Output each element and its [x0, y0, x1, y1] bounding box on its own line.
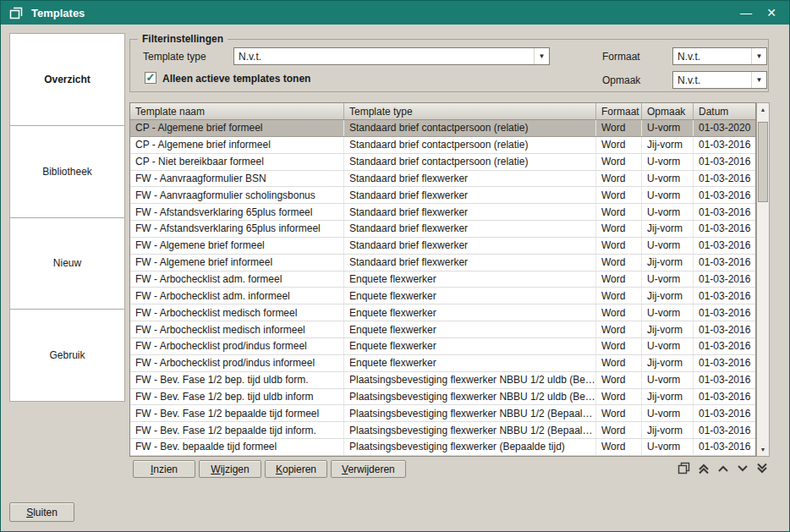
- cell-datum: 01-03-2016: [694, 389, 755, 405]
- cell-formaat: Word: [596, 304, 642, 321]
- cell-datum: 01-03-2016: [694, 304, 755, 321]
- active-only-checkbox[interactable]: [145, 72, 156, 84]
- cell-name: CP - Niet bereikbaar formeel: [130, 154, 344, 170]
- templates-icon: [9, 7, 23, 19]
- close-button[interactable]: ✕: [759, 1, 784, 25]
- column-header-template-type[interactable]: Template type: [344, 103, 596, 119]
- cell-opmaak: Jij-vorm: [642, 389, 694, 405]
- titlebar[interactable]: Templates — ✕: [1, 1, 789, 25]
- column-header-datum[interactable]: Datum: [694, 103, 755, 119]
- scroll-up-icon[interactable]: [714, 459, 732, 477]
- scroll-to-bottom-icon[interactable]: [753, 459, 771, 477]
- cell-datum: 01-03-2016: [694, 171, 755, 187]
- cell-name: FW - Arbochecklist prod/indus informeel: [130, 355, 344, 371]
- cell-opmaak: U-vorm: [642, 405, 694, 421]
- table-row[interactable]: FW - Arbochecklist adm. informeelEnquete…: [130, 288, 755, 304]
- close-icon: ✕: [766, 6, 776, 19]
- cell-formaat: Word: [596, 137, 642, 153]
- cell-type: Standaard brief flexwerker: [344, 204, 596, 220]
- cell-name: FW - Arbochecklist medisch formeel: [130, 304, 344, 321]
- table-row[interactable]: CP - Algemene brief informeelStandaard b…: [130, 137, 755, 154]
- table-row[interactable]: FW - Arbochecklist prod/indus formeelEnq…: [130, 338, 755, 355]
- table-row[interactable]: FW - Arbochecklist prod/indus informeelE…: [130, 355, 755, 372]
- column-header-formaat[interactable]: Formaat: [596, 103, 642, 119]
- cell-opmaak: U-vorm: [642, 238, 694, 254]
- filter-legend: Filterinstellingen: [138, 33, 228, 45]
- table-row[interactable]: FW - Arbochecklist adm. formeelEnquete f…: [130, 271, 755, 288]
- cell-type: Enquete flexwerker: [344, 288, 596, 304]
- table-row[interactable]: CP - Algemene brief formeelStandaard bri…: [130, 120, 755, 137]
- sidebar-item-bibliotheek[interactable]: Bibliotheek: [10, 126, 124, 218]
- scroll-to-top-icon[interactable]: [694, 459, 712, 477]
- table-row[interactable]: FW - Bev. Fase 1/2 bep. tijd uldb inform…: [130, 389, 755, 406]
- sidebar-item-nieuw[interactable]: Nieuw: [10, 218, 124, 310]
- table-row[interactable]: FW - Algemene brief formeelStandaard bri…: [130, 238, 755, 255]
- chevron-down-icon: ▼: [534, 48, 549, 64]
- kopieren-button[interactable]: Kopieren: [265, 460, 327, 478]
- cell-datum: 01-03-2016: [694, 187, 755, 203]
- pager-controls: [675, 459, 771, 477]
- formaat-value: N.v.t.: [673, 51, 751, 63]
- table-row[interactable]: FW - Algemene brief informeelStandaard b…: [130, 255, 755, 271]
- cell-name: FW - Bev. Fase 1/2 bep. tijd uldb inform: [130, 389, 344, 405]
- cell-type: Standaard brief contactpersoon (relatie): [344, 137, 596, 153]
- table-header: Template naam Template type Formaat Opma…: [130, 103, 755, 120]
- cell-opmaak: U-vorm: [642, 304, 694, 321]
- cell-name: FW - Afstandsverklaring 65plus formeel: [130, 204, 344, 220]
- active-only-label[interactable]: Alleen actieve templates tonen: [162, 73, 310, 85]
- column-header-template-naam[interactable]: Template naam: [130, 103, 344, 119]
- cell-opmaak: U-vorm: [642, 187, 694, 203]
- cell-datum: 01-03-2016: [694, 439, 755, 455]
- cell-formaat: Word: [596, 120, 642, 136]
- sidebar-item-overzicht[interactable]: Overzicht: [10, 34, 124, 126]
- scrollbar-down-icon[interactable]: ▼: [757, 443, 769, 456]
- inzien-button[interactable]: Inzien: [133, 460, 195, 478]
- cell-opmaak: U-vorm: [642, 204, 694, 220]
- table-row[interactable]: FW - Afstandsverklaring 65plus formeelSt…: [130, 204, 755, 221]
- cell-datum: 01-03-2016: [694, 338, 755, 354]
- column-header-opmaak[interactable]: Opmaak: [642, 103, 694, 119]
- cell-formaat: Word: [596, 405, 642, 421]
- table-row[interactable]: FW - Bev. bepaalde tijd formeelPlaatsing…: [130, 439, 755, 456]
- sidebar-item-label: Overzicht: [44, 74, 91, 85]
- template-type-dropdown[interactable]: N.v.t. ▼: [233, 47, 550, 65]
- cell-name: FW - Bev. Fase 1/2 bepaalde tijd formeel: [130, 405, 344, 421]
- template-table-body: CP - Algemene brief formeelStandaard bri…: [130, 120, 755, 456]
- verwijderen-button[interactable]: Verwijderen: [331, 460, 406, 478]
- cell-opmaak: U-vorm: [642, 171, 694, 187]
- chevron-down-icon: ▼: [751, 72, 766, 88]
- cell-name: FW - Bev. Fase 1/2 bep. tijd uldb form.: [130, 372, 344, 388]
- sluiten-button[interactable]: Sluiten: [9, 502, 74, 522]
- cell-opmaak: U-vorm: [642, 120, 694, 136]
- table-row[interactable]: FW - Bev. Fase 1/2 bepaalde tijd inform.…: [130, 422, 755, 439]
- cell-opmaak: U-vorm: [642, 154, 694, 170]
- cell-datum: 01-03-2016: [694, 238, 755, 254]
- sidebar-item-gebruik[interactable]: Gebruik: [10, 310, 124, 401]
- table-row[interactable]: FW - Arbochecklist medisch formeelEnquet…: [130, 304, 755, 321]
- cell-opmaak: U-vorm: [642, 439, 694, 455]
- table-row[interactable]: FW - Bev. Fase 1/2 bep. tijd uldb form.P…: [130, 372, 755, 389]
- scrollbar-thumb[interactable]: [758, 122, 768, 202]
- cell-opmaak: Jij-vorm: [642, 288, 694, 304]
- cell-name: FW - Afstandsverklaring 65plus informeel: [130, 221, 344, 237]
- formaat-dropdown[interactable]: N.v.t. ▼: [672, 47, 767, 65]
- sidebar-item-label: Nieuw: [53, 257, 81, 269]
- scroll-down-icon[interactable]: [733, 459, 751, 477]
- table-scrollbar[interactable]: ▲ ▼: [756, 102, 770, 457]
- cell-formaat: Word: [596, 221, 642, 237]
- table-row[interactable]: FW - Afstandsverklaring 65plus informeel…: [130, 221, 755, 238]
- cell-datum: 01-03-2016: [694, 221, 755, 237]
- table-row[interactable]: FW - Arbochecklist medisch informeelEnqu…: [130, 321, 755, 338]
- table-row[interactable]: FW - Aanvraagformulier BSNStandaard brie…: [130, 171, 755, 188]
- cell-formaat: Word: [596, 238, 642, 254]
- templates-table: Template naam Template type Formaat Opma…: [129, 102, 756, 457]
- scrollbar-up-icon[interactable]: ▲: [757, 103, 769, 116]
- table-row[interactable]: FW - Aanvraagformulier scholingsbonusSta…: [130, 187, 755, 204]
- opmaak-dropdown[interactable]: N.v.t. ▼: [672, 71, 767, 89]
- wijzigen-button[interactable]: Wijzigen: [199, 460, 261, 478]
- minimize-button[interactable]: —: [733, 1, 759, 25]
- copy-icon[interactable]: [675, 459, 693, 477]
- cell-datum: 01-03-2016: [694, 154, 755, 170]
- table-row[interactable]: CP - Niet bereikbaar formeelStandaard br…: [130, 154, 755, 171]
- table-row[interactable]: FW - Bev. Fase 1/2 bepaalde tijd formeel…: [130, 405, 755, 422]
